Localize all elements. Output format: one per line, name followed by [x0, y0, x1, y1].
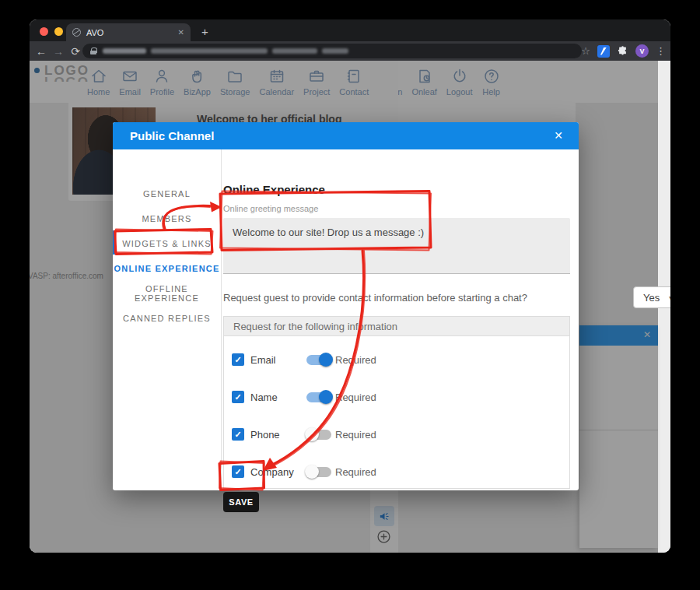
required-label: Required [335, 354, 376, 366]
company-required-toggle[interactable] [306, 467, 331, 477]
minimize-window-button[interactable] [54, 27, 63, 36]
redacted-url-segment [151, 48, 268, 54]
field-label: Email [250, 354, 306, 366]
phone-required-toggle[interactable] [306, 430, 331, 440]
field-label: Name [250, 392, 306, 403]
menu-dots-icon[interactable]: ⋮ [656, 45, 666, 57]
tab-online-experience[interactable]: ONLINE EXPERIENCE [113, 256, 221, 281]
contact-info-question: Request guest to provide contact informa… [223, 292, 527, 304]
field-row-email: ✓ Email Required [224, 341, 569, 378]
field-row-phone: ✓ Phone Required [224, 416, 569, 453]
toggle-thumb [305, 427, 319, 441]
toggle-thumb [319, 353, 333, 367]
field-row-name: ✓ Name Required [224, 378, 569, 416]
bookmark-star-icon[interactable]: ☆ [581, 45, 590, 57]
tab-favicon-icon [72, 28, 81, 37]
redacted-url-segment [322, 48, 348, 54]
greeting-message-label: Online greeting message [223, 204, 318, 213]
company-checkbox[interactable]: ✓ [232, 465, 244, 478]
tab-close-icon[interactable]: ✕ [178, 28, 184, 37]
chevron-down-icon: ▾ [669, 293, 670, 302]
toggle-thumb [319, 390, 333, 404]
tab-strip: AVO ✕ + [30, 19, 670, 41]
tab-general[interactable]: GENERAL [113, 181, 221, 206]
request-info-section-header: Request for the following information [223, 316, 570, 336]
email-checkbox[interactable]: ✓ [232, 353, 244, 366]
redacted-url-segment [272, 48, 317, 54]
extensions-puzzle-icon[interactable] [617, 45, 628, 57]
toggle-thumb [305, 465, 319, 479]
lock-icon [90, 47, 96, 54]
dialog-close-icon[interactable]: ✕ [554, 129, 563, 142]
phone-checkbox[interactable]: ✓ [232, 428, 244, 441]
section-heading: Online Experience [223, 183, 325, 196]
browser-window: AVO ✕ + ← → ⟳ ☆ V ⋮ LOGO LOGO [30, 19, 670, 553]
tab-canned-replies[interactable]: CANNED REPLIES [113, 306, 221, 331]
back-button[interactable]: ← [33, 45, 50, 58]
new-tab-button[interactable]: + [201, 24, 208, 40]
greeting-message-input[interactable]: Welcome to our site! Drop us a message :… [223, 218, 570, 274]
tab-title: AVO [86, 28, 178, 37]
dialog-tab-list: GENERAL MEMBERS WIDGETS & LINKS ONLINE E… [113, 149, 222, 490]
save-button[interactable]: SAVE [223, 492, 259, 512]
name-checkbox[interactable]: ✓ [232, 391, 244, 403]
forward-button[interactable]: → [50, 45, 67, 58]
email-required-toggle[interactable] [306, 355, 331, 365]
tab-offline-experience[interactable]: OFFLINE EXPERIENCE [113, 281, 221, 306]
required-label: Required [335, 429, 376, 441]
reload-button[interactable]: ⟳ [67, 45, 84, 58]
browser-toolbar: ← → ⟳ ☆ V ⋮ [30, 41, 670, 61]
required-label: Required [335, 392, 376, 403]
contact-info-dropdown[interactable]: Yes ▾ [633, 286, 670, 308]
tab-members[interactable]: MEMBERS [113, 206, 221, 231]
dialog-header: Public Channel ✕ [113, 122, 579, 149]
profile-avatar[interactable]: V [635, 44, 649, 58]
request-info-form: ✓ Email Required ✓ Name Required ✓ Phone [223, 336, 570, 489]
address-bar[interactable] [82, 44, 582, 58]
active-tab-indicator [113, 230, 116, 255]
tab-widgets-links[interactable]: WIDGETS & LINKS [113, 231, 221, 256]
field-row-company: ✓ Company Required [224, 453, 569, 490]
close-window-button[interactable] [40, 27, 48, 36]
page-viewport: LOGO LOGO Home Email Profile BizApp [30, 61, 670, 553]
field-label: Phone [250, 429, 306, 441]
required-label: Required [335, 466, 376, 478]
blue-extension-icon[interactable] [597, 45, 610, 58]
redacted-url-segment [103, 48, 146, 54]
public-channel-dialog: Public Channel ✕ GENERAL MEMBERS WIDGETS… [113, 122, 579, 490]
dialog-title: Public Channel [130, 129, 214, 142]
name-required-toggle[interactable] [306, 392, 331, 402]
browser-tab[interactable]: AVO ✕ [66, 23, 191, 41]
dropdown-value: Yes [643, 292, 669, 304]
field-label: Company [250, 466, 306, 478]
dialog-body: Online Experience Online greeting messag… [222, 149, 579, 490]
